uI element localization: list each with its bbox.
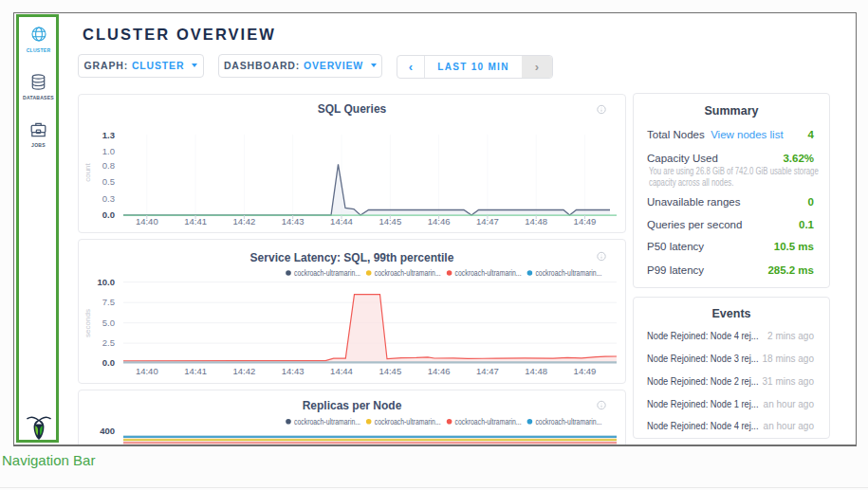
svg-text:1.3: 1.3: [102, 130, 115, 140]
svg-text:7.5: 7.5: [102, 297, 115, 307]
svg-text:Service Latency: SQL, 99th per: Service Latency: SQL, 99th percentile: [250, 251, 454, 264]
svg-text:cockroach-ultramarin...: cockroach-ultramarin...: [535, 268, 601, 278]
svg-text:14:45: 14:45: [379, 216, 401, 227]
svg-text:0.8: 0.8: [102, 160, 115, 171]
svg-text:0.3: 0.3: [102, 193, 115, 204]
svg-text:10.0: 10.0: [98, 277, 116, 287]
svg-text:14:44: 14:44: [330, 366, 353, 376]
svg-text:400: 400: [100, 426, 115, 436]
svg-text:14:47: 14:47: [476, 366, 499, 376]
svg-text:cockroach-ultramarin...: cockroach-ultramarin...: [455, 417, 522, 426]
svg-text:SQL Queries: SQL Queries: [318, 102, 387, 116]
svg-text:1.0: 1.0: [102, 146, 115, 156]
svg-text:14:48: 14:48: [525, 366, 547, 376]
svg-text:14:46: 14:46: [428, 216, 451, 227]
svg-text:14:43: 14:43: [282, 216, 305, 227]
svg-text:14:44: 14:44: [330, 216, 353, 227]
svg-text:14:40: 14:40: [136, 216, 158, 227]
svg-text:Replicas per Node: Replicas per Node: [303, 399, 402, 412]
svg-text:0.0: 0.0: [102, 357, 115, 368]
svg-text:2.5: 2.5: [102, 337, 115, 348]
svg-text:14:49: 14:49: [574, 216, 597, 227]
svg-text:0.5: 0.5: [102, 176, 115, 187]
svg-text:14:47: 14:47: [476, 216, 499, 227]
svg-text:14:41: 14:41: [184, 366, 207, 376]
svg-text:14:42: 14:42: [233, 366, 256, 376]
svg-text:cockroach-ultramarin...: cockroach-ultramarin...: [375, 417, 441, 426]
svg-text:0.0: 0.0: [102, 209, 115, 220]
svg-text:14:48: 14:48: [525, 216, 547, 227]
svg-text:14:43: 14:43: [282, 366, 305, 376]
svg-text:14:46: 14:46: [428, 366, 451, 376]
svg-text:seconds: seconds: [83, 309, 92, 337]
svg-text:cockroach-ultramarin...: cockroach-ultramarin...: [455, 268, 522, 278]
svg-text:14:49: 14:49: [574, 366, 597, 376]
svg-text:14:41: 14:41: [184, 216, 207, 227]
svg-text:count: count: [83, 162, 92, 181]
svg-text:cockroach-ultramarin...: cockroach-ultramarin...: [375, 268, 441, 278]
svg-text:5.0: 5.0: [102, 318, 115, 328]
svg-text:cockroach-ultramarin...: cockroach-ultramarin...: [294, 417, 360, 426]
svg-text:14:45: 14:45: [379, 366, 401, 376]
svg-text:cockroach-ultramarin...: cockroach-ultramarin...: [294, 268, 360, 278]
svg-text:14:40: 14:40: [136, 366, 158, 376]
svg-text:14:42: 14:42: [233, 216, 256, 227]
svg-text:cockroach-ultramarin...: cockroach-ultramarin...: [535, 417, 601, 426]
